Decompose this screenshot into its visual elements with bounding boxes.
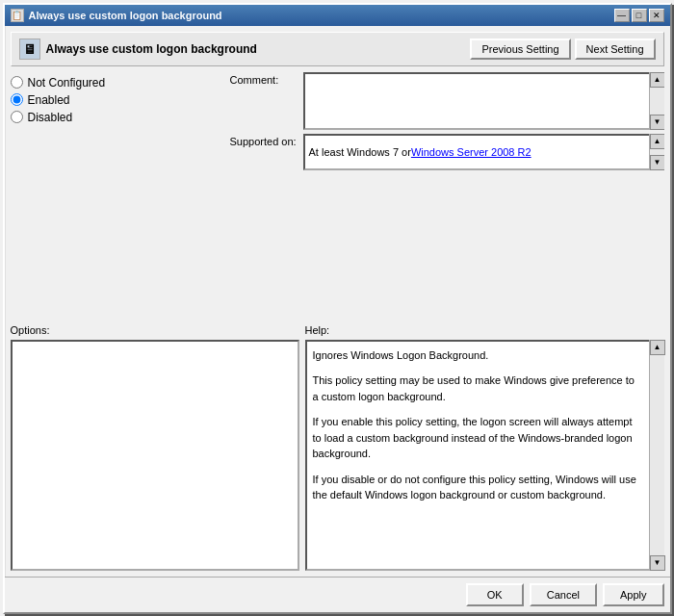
left-panel: Not Configured Enabled Disabled [11,72,222,319]
previous-setting-button[interactable]: Previous Setting [470,38,570,60]
cancel-button[interactable]: Cancel [530,583,597,606]
apply-button[interactable]: Apply [603,583,664,606]
disabled-radio[interactable] [11,111,23,123]
bottom-area: Options: Help: Ignores Windows Logon Bac… [11,324,664,571]
footer: OK Cancel Apply [5,577,670,612]
options-box [11,340,299,571]
help-box: Ignores Windows Logon Background. This p… [305,340,649,571]
comment-scrollbar[interactable]: ▲ ▼ [649,72,664,130]
disabled-option[interactable]: Disabled [11,111,222,124]
help-scroll-down[interactable]: ▼ [650,555,665,571]
disabled-label: Disabled [28,111,73,124]
comment-label: Comment: [230,72,298,86]
header-section: 🖥 Always use custom logon background Pre… [11,32,664,66]
windows-server-link[interactable]: Windows Server 2008 R2 [411,146,531,158]
close-button[interactable]: ✕ [649,9,664,22]
comment-section: Comment: ▲ ▼ [230,72,664,130]
policy-icon: 🖥 [19,38,40,60]
right-panel: Comment: ▲ ▼ Supported on: At least Wind… [230,72,664,319]
help-scroll-track [650,355,664,555]
scroll-track [650,88,664,115]
title-bar: 📋 Always use custom logon background — □… [5,5,670,26]
comment-textarea[interactable] [303,72,649,130]
supported-section: Supported on: At least Windows 7 or Wind… [230,134,664,170]
help-panel: Help: Ignores Windows Logon Background. … [305,324,664,571]
main-window: 📋 Always use custom logon background — □… [3,3,672,614]
not-configured-option[interactable]: Not Configured [11,76,222,90]
not-configured-label: Not Configured [28,76,106,90]
header-title-text: Always use custom logon background [46,42,257,56]
radio-group: Not Configured Enabled Disabled [11,72,222,128]
supported-box: At least Windows 7 or Windows Server 200… [303,134,649,170]
supported-scroll-up[interactable]: ▲ [650,134,664,149]
title-bar-left: 📋 Always use custom logon background [11,9,222,22]
options-label: Options: [11,324,299,336]
supported-scrollbar[interactable]: ▲ ▼ [649,134,664,170]
window-content: 🖥 Always use custom logon background Pre… [5,26,670,577]
nav-buttons: Previous Setting Next Setting [470,38,655,60]
enabled-option[interactable]: Enabled [11,93,222,107]
ok-button[interactable]: OK [466,583,524,606]
main-area: Not Configured Enabled Disabled Comment: [11,72,664,319]
minimize-button[interactable]: — [614,9,630,22]
help-para-1: Ignores Windows Logon Background. [313,347,643,364]
help-label: Help: [305,324,664,336]
help-para-4: If you disable or do not configure this … [313,472,643,503]
scroll-down-btn[interactable]: ▼ [650,115,664,130]
help-para-3: If you enable this policy setting, the l… [313,414,643,462]
help-scrollbar[interactable]: ▲ ▼ [649,340,664,571]
enabled-radio[interactable] [11,93,23,106]
maximize-button[interactable]: □ [632,9,647,22]
scroll-up-btn[interactable]: ▲ [650,72,664,88]
header-title: 🖥 Always use custom logon background [19,38,257,60]
window-icon: 📋 [11,9,24,22]
title-controls: — □ ✕ [614,9,664,22]
help-scroll-up[interactable]: ▲ [650,340,665,355]
options-panel: Options: [11,324,299,571]
next-setting-button[interactable]: Next Setting [575,38,656,60]
enabled-label: Enabled [28,93,70,107]
supported-label: Supported on: [230,134,298,147]
window-title: Always use custom logon background [29,10,222,21]
not-configured-radio[interactable] [11,76,23,89]
supported-scroll-down[interactable]: ▼ [650,155,664,170]
help-para-2: This policy setting may be used to make … [313,372,643,404]
